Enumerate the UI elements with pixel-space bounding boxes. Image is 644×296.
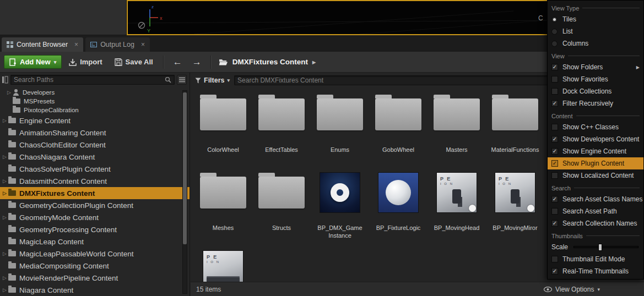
tree-scrollbar[interactable]	[182, 90, 187, 294]
tree-item-developers[interactable]: ▷Developers	[0, 88, 190, 97]
asset-name: Enums	[331, 146, 349, 154]
close-icon[interactable]: ×	[141, 41, 145, 48]
menu-item-label: Scale	[551, 243, 568, 251]
expander-arrow-icon[interactable]: ▷	[1, 154, 8, 160]
menu-item-show-developers-content[interactable]: ✓Show Developers Content	[548, 133, 643, 145]
back-button[interactable]: ←	[169, 57, 186, 68]
tab-content-browser[interactable]: Content Browser ×	[2, 37, 83, 52]
menu-item-list[interactable]: List	[548, 25, 643, 37]
menu-section-label: Thumbnails	[551, 233, 583, 239]
add-new-button[interactable]: Add New ▾	[4, 55, 62, 69]
asset-tile-colorwheel[interactable]: ColorWheel	[194, 88, 252, 166]
import-button[interactable]: Import	[64, 56, 107, 68]
tree-item-geometrymode-content[interactable]: ▷GeometryMode Content	[0, 211, 190, 223]
tree-item-label: DMXFixtures Content	[19, 189, 95, 198]
tree-item-geometrycollectionplugin-content[interactable]: GeometryCollectionPlugin Content	[0, 199, 190, 211]
menu-item-show-folders[interactable]: ✓Show Folders▶	[548, 61, 643, 73]
asset-tile-effecttables[interactable]: EffectTables	[252, 88, 311, 166]
tab-output-log[interactable]: Output Log ×	[85, 37, 150, 52]
menu-item-show-favorites[interactable]: Show Favorites	[548, 73, 643, 85]
tree-item-mediacompositing-content[interactable]: MediaCompositing Content	[0, 260, 190, 272]
tree-item-animationsharing-content[interactable]: AnimationSharing Content	[0, 127, 190, 139]
expander-arrow-icon[interactable]: ▷	[1, 178, 8, 184]
tree-item-geometryprocessing-content[interactable]: GeometryProcessing Content	[0, 223, 190, 235]
tree-item-magicleap-content[interactable]: MagicLeap Content	[0, 235, 190, 248]
asset-tile-bp-movinghead[interactable]: P EI O NBP_MovingHead	[427, 166, 486, 244]
tree-item-movierenderpipeline-content[interactable]: ▷MovieRenderPipeline Content	[0, 272, 190, 284]
breadcrumb-caret-icon[interactable]: ▸	[312, 58, 316, 66]
asset-tile-materialfunctions[interactable]: MaterialFunctions	[486, 88, 544, 166]
expander-arrow-icon[interactable]: ▷	[1, 190, 8, 196]
asset-tile-bp-movingmiror[interactable]: P EI O NBP_MovingMiror	[486, 166, 544, 244]
sources-toggle-icon[interactable]	[2, 76, 8, 84]
forward-button[interactable]: →	[188, 57, 205, 68]
menu-item-thumbnail-edit-mode[interactable]: Thumbnail Edit Mode	[548, 253, 643, 265]
filters-button[interactable]: Filters ▾	[195, 76, 230, 84]
tree-item-engine-content[interactable]: ▷Engine Content	[0, 114, 190, 127]
asset-tile-structs[interactable]: Structs	[252, 166, 311, 244]
menu-item-real-time-thumbnails[interactable]: ✓Real-Time Thumbnails	[548, 265, 643, 277]
tree-item-pixotopecalibration[interactable]: PixotopeCalibration	[0, 106, 190, 114]
expander-arrow-icon[interactable]: ▷	[1, 287, 8, 293]
asset-tile-gobowheel[interactable]: GoboWheel	[369, 88, 427, 166]
asset-tile-bp-dmx-game-instance[interactable]: BP_DMX_Game Instance	[311, 166, 369, 244]
menu-item-show-localized-content[interactable]: Show Localized Content	[548, 169, 643, 182]
tree-item-datasmithcontent-content[interactable]: ▷DatasmithContent Content	[0, 175, 190, 187]
menu-item-label: Columns	[562, 40, 588, 47]
tree-item-magicleappassableworld-content[interactable]: ▷MagicLeapPassableWorld Content	[0, 248, 190, 260]
menu-item-search-collection-names[interactable]: ✓Search Collection Names	[548, 217, 643, 229]
menu-item-filter-recursively[interactable]: ✓Filter Recursively	[548, 97, 643, 109]
breadcrumb[interactable]: DMXFixtures Content ▸	[219, 58, 316, 66]
tree-item-label: GeometryProcessing Content	[19, 226, 117, 234]
expander-arrow-icon[interactable]: ▷	[1, 275, 8, 281]
search-paths-input[interactable]	[14, 76, 163, 84]
tree-item-chaosclotheditor-content[interactable]: ChaosClothEditor Content	[0, 139, 190, 151]
expander-arrow-icon[interactable]: ▷	[1, 118, 8, 123]
menu-item-columns[interactable]: Columns	[548, 37, 643, 50]
expander-arrow-icon[interactable]: ▷	[1, 251, 8, 256]
menu-section-label: View Type	[551, 5, 579, 12]
tree-item-dmxfixtures-content[interactable]: ▷DMXFixtures Content	[0, 187, 190, 199]
checkbox-icon: ✓	[551, 136, 558, 142]
menu-item-show-engine-content[interactable]: ✓Show Engine Content	[548, 145, 643, 157]
tree-item-chaossolverplugin-content[interactable]: ChaosSolverPlugin Content	[0, 163, 190, 175]
asset-grid: ColorWheelEffectTablesEnumsGoboWheelMast…	[191, 88, 561, 296]
menu-item-scale[interactable]: Scale	[548, 241, 643, 253]
checkbox-icon: ✓	[551, 268, 558, 275]
menu-item-search-asset-path[interactable]: Search Asset Path	[548, 205, 643, 217]
asset-tile-masters[interactable]: Masters	[427, 88, 486, 166]
radio-icon	[551, 17, 558, 23]
tree-item-chaosniagara-content[interactable]: ▷ChaosNiagara Content	[0, 151, 190, 163]
asset-tile-enums[interactable]: Enums	[311, 88, 369, 166]
menu-item-show-c-classes[interactable]: Show C++ Classes	[548, 121, 643, 133]
menu-item-dock-collections[interactable]: Dock Collections	[548, 85, 643, 97]
blueprint-thumbnail	[320, 173, 360, 212]
folder-icon	[8, 263, 16, 268]
menu-item-label: Search Asset Path	[562, 207, 617, 215]
menu-item-label: Show Plugin Content	[562, 160, 624, 167]
menu-item-search-asset-class-names[interactable]: ✓Search Asset Class Names	[548, 193, 643, 205]
tree-item-mspresets[interactable]: MSPresets	[0, 97, 190, 106]
save-all-button[interactable]: Save All	[110, 56, 158, 68]
view-options-button[interactable]: View Options ▾	[544, 286, 600, 293]
tree-item-label: Engine Content	[19, 117, 71, 125]
checkbox-icon	[551, 76, 558, 83]
expander-arrow-icon[interactable]: ▷	[6, 90, 13, 95]
view-options-menu: View TypeTilesListColumnsView✓Show Folde…	[547, 0, 644, 279]
asset-tile-meshes[interactable]: Meshes	[194, 166, 252, 244]
menu-item-show-plugin-content[interactable]: ✓Show Plugin Content	[548, 157, 643, 169]
scrollbar-thumb[interactable]	[183, 92, 187, 244]
menu-item-tiles[interactable]: Tiles	[548, 13, 643, 25]
tree-item-niagara-content[interactable]: ▷Niagara Content	[0, 284, 190, 296]
sources-list-view-button[interactable]	[177, 75, 187, 85]
items-count: 15 items	[196, 286, 221, 293]
asset-tile-bp-fixturelogic[interactable]: BP_FixtureLogic	[369, 166, 427, 244]
top-left-panel	[0, 0, 127, 35]
axis-z-label: z	[151, 4, 154, 9]
scale-slider[interactable]	[573, 246, 638, 248]
asset-name: BP_MovingHead	[434, 224, 480, 232]
expander-arrow-icon[interactable]: ▷	[1, 215, 8, 220]
slider-handle-icon[interactable]	[598, 244, 602, 251]
close-icon[interactable]: ×	[74, 41, 78, 48]
checkbox-icon: ✓	[551, 148, 558, 155]
